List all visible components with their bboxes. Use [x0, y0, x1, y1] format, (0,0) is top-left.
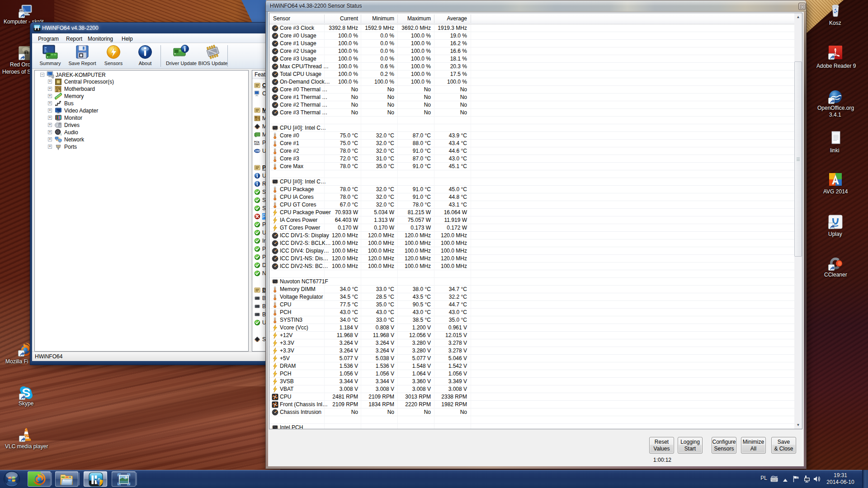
svg-text:PCI▸: PCI▸	[254, 141, 260, 143]
svg-text:EXPRESS: EXPRESS	[255, 143, 260, 145]
svg-text:USB: USB	[255, 150, 260, 152]
